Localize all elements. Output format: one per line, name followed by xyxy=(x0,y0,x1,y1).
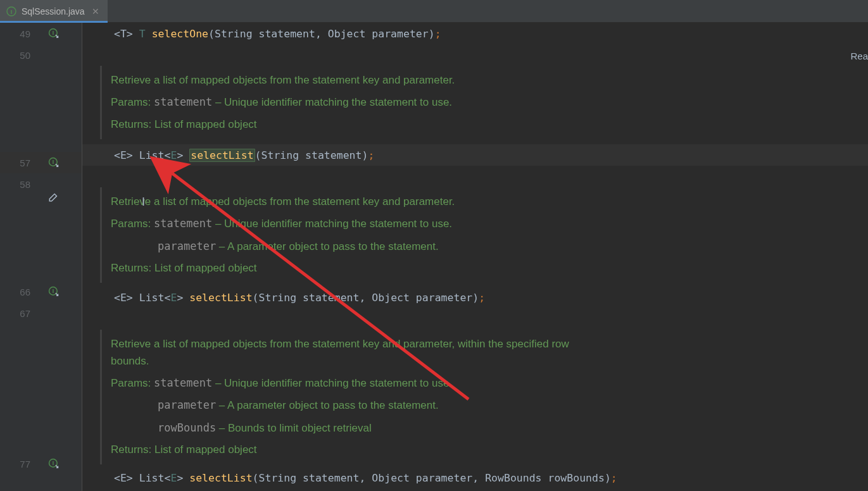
file-tab[interactable]: I SqlSession.java ✕ xyxy=(0,0,108,22)
readonly-label: Rea xyxy=(850,51,868,61)
javadoc-block: Retrieve a list of mapped objects from t… xyxy=(100,187,868,283)
javadoc-returns: Returns: List of mapped object xyxy=(102,114,868,135)
javadoc-desc: Retrieve a list of mapped objects from t… xyxy=(102,333,570,372)
line-number: 57 xyxy=(11,158,30,168)
line-number: 77 xyxy=(11,459,30,469)
svg-text:I: I xyxy=(11,8,13,15)
code-line: <E> List<E> selectList(String statement,… xyxy=(82,472,617,484)
svg-text:I: I xyxy=(53,288,54,294)
line-number: 50 xyxy=(11,50,30,61)
code-line: <E> List<E> selectList(String statement)… xyxy=(82,149,374,161)
implement-icon[interactable]: I xyxy=(48,286,60,297)
javadoc-block: Retrieve a list of mapped objects from t… xyxy=(100,66,868,139)
javadoc-param: rowBounds – Bounds to limit object retri… xyxy=(102,417,868,439)
close-icon[interactable]: ✕ xyxy=(90,6,101,16)
line-number: 66 xyxy=(11,287,30,297)
editor: 49 I 50 57 I 58 66 I 67 xyxy=(0,23,868,491)
interface-icon: I xyxy=(6,6,16,16)
implement-icon[interactable]: I xyxy=(48,28,60,39)
javadoc-desc: Retrieve a list of mapped objects from t… xyxy=(102,191,868,213)
javadoc-params: Params: statement – Unique identifier ma… xyxy=(102,213,868,235)
javadoc-param: parameter – A parameter object to pass t… xyxy=(102,394,868,416)
javadoc-params: Params: statement – Unique identifier ma… xyxy=(102,372,868,394)
tab-label: SqlSession.java xyxy=(22,6,85,16)
code-area[interactable]: Rea <T> T selectOne(String statement, Ob… xyxy=(82,23,868,491)
svg-text:I: I xyxy=(53,159,54,165)
line-number: 58 xyxy=(11,179,30,190)
javadoc-params: Params: statement – Unique identifier ma… xyxy=(102,91,868,113)
javadoc-param: parameter – A parameter object to pass t… xyxy=(102,235,868,258)
implement-icon[interactable]: I xyxy=(48,157,60,168)
tab-bar: I SqlSession.java ✕ xyxy=(0,0,868,23)
line-number: 49 xyxy=(11,28,30,39)
gutter: 49 I 50 57 I 58 66 I 67 xyxy=(0,23,82,491)
code-line: <T> T selectOne(String statement, Object… xyxy=(82,28,441,40)
code-line: <E> List<E> selectList(String statement,… xyxy=(82,292,485,304)
svg-text:I: I xyxy=(53,30,54,36)
svg-text:I: I xyxy=(53,460,54,466)
javadoc-returns: Returns: List of mapped object xyxy=(102,258,868,279)
implement-icon[interactable]: I xyxy=(48,458,60,469)
javadoc-block: Retrieve a list of mapped objects from t… xyxy=(100,330,868,464)
line-number: 67 xyxy=(11,308,30,319)
javadoc-returns: Returns: List of mapped object xyxy=(102,439,868,461)
javadoc-desc: Retrieve a list of mapped objects from t… xyxy=(102,70,868,91)
